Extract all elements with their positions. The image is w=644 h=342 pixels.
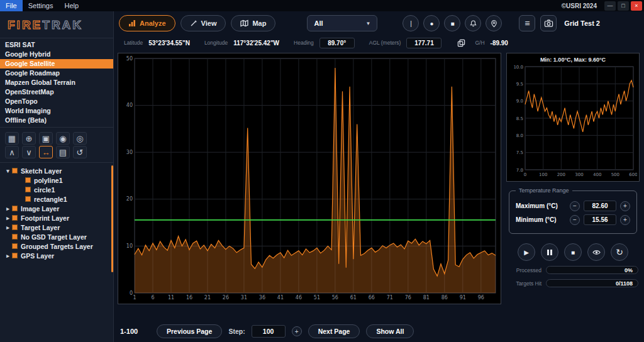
marker-icon[interactable]: ◉ [56,132,70,145]
tree-item[interactable]: circle1 [0,185,113,194]
svg-text:56: 56 [332,295,338,301]
view-tab[interactable]: View [180,15,226,31]
tree-item[interactable]: ▸GPS Layer [0,251,113,260]
tree-item[interactable]: ▸Footprint Layer [0,213,113,223]
tree-expand-arrow-icon[interactable]: ▸ [4,224,12,231]
expand-all-icon[interactable]: ∨ [22,146,36,158]
agl-input[interactable]: 177.71 [406,38,441,48]
tree-expand-arrow-icon[interactable]: ▸ [4,215,12,221]
maximum-value-input[interactable]: 82.60 [584,201,616,211]
page-range-label: 1-100 [120,328,150,335]
step-input[interactable]: 100 [252,325,286,338]
snapshot-button[interactable] [540,15,557,31]
copy-layer-icon[interactable]: ▣ [39,132,53,145]
tree-item[interactable]: rectangle1 [0,194,113,204]
show-all-button[interactable]: Show All [366,324,414,338]
maximum-increment-button[interactable]: + [620,201,630,211]
notifications-button[interactable] [465,15,481,31]
layer-checkbox[interactable] [12,206,18,211]
layer-checkbox[interactable] [12,253,18,258]
stop-capture-button[interactable]: ■ [444,15,460,31]
tree-item[interactable]: ▾Sketch Layer [0,166,113,175]
layer-checkbox[interactable] [12,224,18,230]
map-source-item[interactable]: Google Hybrid [0,50,113,59]
bell-icon [469,19,477,28]
svg-text:600: 600 [629,172,637,177]
map-source-item[interactable]: Google Satellite [0,59,113,69]
tree-item[interactable]: No GSD Target Layer [0,232,113,241]
bar-chart-icon [128,19,136,27]
map-source-item[interactable]: OpenStreetMap [0,87,113,97]
stop-button[interactable]: ■ [564,243,582,261]
layer-tree: ▾Sketch Layerpolyline1circle1rectangle1▸… [0,163,113,342]
view-label: View [201,19,217,27]
svg-text:7.5: 7.5 [516,150,523,155]
line-tool-button[interactable]: | [402,15,419,31]
analyze-tab[interactable]: Analyze [119,15,175,31]
map-source-item[interactable]: Google Roadmap [0,69,113,78]
pin-icon[interactable]: ◎ [73,132,87,145]
svg-text:20: 20 [126,196,133,202]
minimum-value-input[interactable]: 15.56 [584,214,616,225]
map-source-item[interactable]: Offline (Beta) [0,116,113,125]
loop-button[interactable]: ↻ [611,243,628,261]
previous-page-button[interactable]: Previous Page [157,324,222,338]
minimum-decrement-button[interactable]: − [570,215,580,225]
heading-input[interactable]: 89.70° [319,38,355,48]
layer-checkbox[interactable] [12,168,18,174]
svg-text:9.5: 9.5 [516,82,523,87]
tree-item[interactable]: ▸Image Layer [0,204,113,213]
minimize-button[interactable]: — [604,1,616,11]
pin-add-icon[interactable]: ⊕ [22,132,36,145]
layer-label: Image Layer [21,205,59,212]
svg-text:11: 11 [168,295,174,301]
menu-help[interactable]: Help [58,0,84,11]
measure-icon[interactable]: ↔ [39,146,53,158]
next-page-button[interactable]: Next Page [308,324,360,338]
pause-button[interactable] [541,243,558,261]
play-button[interactable]: ▶ [518,243,535,261]
maximum-decrement-button[interactable]: − [570,201,580,211]
layer-checkbox[interactable] [25,187,31,192]
grid-icon[interactable]: ▦ [5,132,19,145]
undo-icon[interactable]: ↺ [73,146,87,158]
layer-checkbox[interactable] [25,196,31,202]
sidebar-scrollbar[interactable] [111,165,113,272]
map-source-item[interactable]: OpenTopo [0,97,113,106]
location-button[interactable] [486,15,502,31]
record-button[interactable]: ● [423,15,440,31]
gallery-icon[interactable]: ▤ [56,146,70,158]
menu-settings[interactable]: Settings [23,0,59,11]
visibility-button[interactable] [587,243,605,261]
close-button[interactable]: × [631,1,642,11]
filter-dropdown[interactable]: All ▼ [307,15,377,31]
layer-checkbox[interactable] [12,215,18,221]
gh-label: G/H [475,40,484,46]
map-source-item[interactable]: Mapzen Global Terrain [0,78,113,87]
list-view-button[interactable]: ≡ [519,15,535,31]
map-source-item[interactable]: World Imaging [0,106,113,116]
minimum-label: Minimum (°C) [516,216,566,223]
maximize-button[interactable]: □ [618,1,629,11]
tree-expand-arrow-icon[interactable]: ▸ [4,253,12,259]
collapse-all-icon[interactable]: ∧ [5,146,19,158]
svg-text:81: 81 [423,295,430,301]
layer-checkbox[interactable] [12,243,18,249]
menu-file[interactable]: File [0,0,23,11]
layer-checkbox[interactable] [12,234,18,240]
map-source-item[interactable]: ESRI SAT [0,40,113,50]
tree-item[interactable]: Grouped Targets Layer [0,241,113,251]
map-tab[interactable]: Map [231,15,275,31]
layer-checkbox[interactable] [25,177,31,183]
tree-expand-arrow-icon[interactable]: ▾ [4,168,12,174]
step-increment-button[interactable]: + [292,326,302,336]
svg-text:51: 51 [314,295,320,301]
tree-expand-arrow-icon[interactable]: ▸ [4,206,12,212]
heading-label: Heading [294,40,314,46]
tree-item[interactable]: polyline1 [0,175,113,185]
copy-button[interactable] [457,39,465,47]
temperature-range-title: Temperature Range [516,187,572,194]
tree-item[interactable]: ▸Target Layer [0,223,113,232]
minimum-increment-button[interactable]: + [620,215,630,225]
targets-value: 0/1108 [616,280,633,287]
